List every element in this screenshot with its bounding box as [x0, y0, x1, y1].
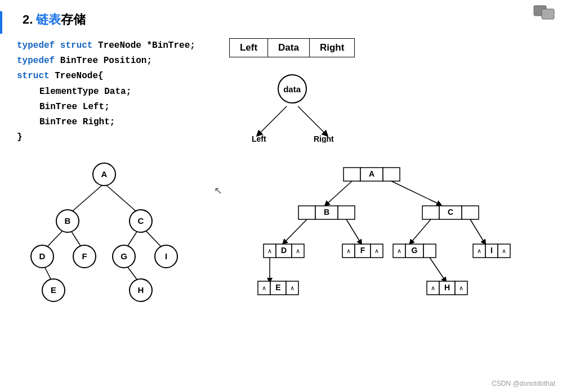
svg-line-3: [298, 106, 326, 134]
svg-rect-1: [542, 9, 554, 19]
svg-text:A: A: [101, 169, 108, 179]
svg-text:I: I: [490, 246, 493, 255]
svg-line-2: [258, 106, 287, 134]
code-line-7: }: [17, 130, 195, 145]
svg-text:∧: ∧: [397, 247, 402, 254]
tree-svg: A B C D F G I E: [17, 162, 191, 308]
svg-text:Left: Left: [252, 134, 266, 143]
svg-line-47: [346, 219, 360, 242]
svg-line-49: [470, 219, 484, 242]
svg-text:G: G: [121, 251, 127, 261]
top-right-icon: [533, 4, 555, 22]
svg-text:I: I: [165, 251, 167, 261]
svg-text:F: F: [82, 251, 87, 261]
svg-text:D: D: [281, 246, 287, 255]
ldr-data: Data: [268, 39, 310, 57]
title-zh: 链表: [36, 12, 61, 26]
svg-text:C: C: [138, 216, 144, 226]
svg-text:E: E: [51, 285, 56, 295]
svg-rect-42: [422, 206, 439, 219]
code-line-6: BinTree Right;: [17, 115, 195, 130]
svg-line-46: [284, 219, 307, 242]
node-arrows-svg: Left Right: [242, 103, 343, 143]
svg-rect-45: [462, 206, 479, 219]
root-node-label: data: [283, 84, 301, 94]
svg-text:∧: ∧: [267, 247, 272, 254]
svg-rect-32: [344, 168, 360, 181]
ldr-left: Left: [230, 39, 268, 57]
svg-text:H: H: [138, 285, 144, 295]
svg-text:H: H: [444, 283, 450, 292]
code-line-2: typedef BinTree Position;: [17, 53, 195, 69]
ldr-table: Left Data Right: [229, 38, 355, 57]
svg-text:E: E: [275, 283, 280, 292]
cursor-area: ↖: [214, 184, 231, 197]
watermark: CSDN @donotdothat: [492, 380, 555, 388]
svg-text:B: B: [324, 208, 329, 217]
code-line-1: typedef struct TreeNode *BinTree;: [17, 38, 195, 53]
svg-text:∧: ∧: [431, 285, 435, 291]
ll-tree-svg: A B C: [253, 162, 524, 311]
right-diagram: Left Data Right data: [229, 38, 355, 143]
linked-list-tree-diagram: A B C: [253, 162, 545, 313]
code-line-3: struct TreeNode{: [17, 69, 195, 84]
svg-text:∧: ∧: [290, 285, 295, 291]
code-line-4: ElementType Data;: [17, 84, 195, 100]
svg-text:Right: Right: [314, 134, 334, 143]
svg-line-36: [327, 181, 352, 204]
svg-text:G: G: [412, 246, 418, 255]
svg-text:∧: ∧: [477, 247, 481, 254]
title-prefix: 2.: [23, 12, 36, 26]
svg-line-48: [411, 219, 431, 242]
title-suffix: 存储: [61, 12, 86, 26]
svg-text:∧: ∧: [459, 285, 463, 291]
svg-rect-35: [383, 168, 400, 181]
node-diagram: data Left Right: [229, 74, 355, 143]
svg-text:∧: ∧: [502, 247, 506, 254]
code-line-5: BinTree Left;: [17, 100, 195, 115]
svg-rect-41: [338, 206, 355, 219]
binary-tree-diagram: A B C D F G I E: [17, 162, 191, 310]
svg-line-37: [391, 181, 439, 204]
svg-text:F: F: [360, 246, 365, 255]
svg-text:C: C: [448, 208, 453, 217]
root-node-circle: data: [278, 74, 307, 103]
section-title: 2. 链表存储: [23, 11, 545, 28]
svg-text:B: B: [65, 216, 71, 226]
code-block: typedef struct TreeNode *BinTree; typede…: [17, 38, 195, 145]
svg-text:A: A: [369, 169, 374, 178]
svg-text:D: D: [39, 251, 46, 261]
svg-rect-38: [298, 206, 315, 219]
svg-text:∧: ∧: [346, 247, 351, 254]
svg-text:∧: ∧: [296, 247, 300, 254]
diagrams-row: A B C D F G I E: [17, 162, 545, 313]
svg-line-74: [430, 258, 445, 280]
svg-rect-66: [423, 244, 436, 258]
code-area: typedef struct TreeNode *BinTree; typede…: [17, 38, 545, 145]
page: 2. 链表存储 typedef struct TreeNode *BinTree…: [0, 0, 562, 392]
ldr-right: Right: [310, 39, 354, 57]
svg-text:∧: ∧: [374, 247, 379, 254]
svg-text:∧: ∧: [262, 285, 266, 291]
